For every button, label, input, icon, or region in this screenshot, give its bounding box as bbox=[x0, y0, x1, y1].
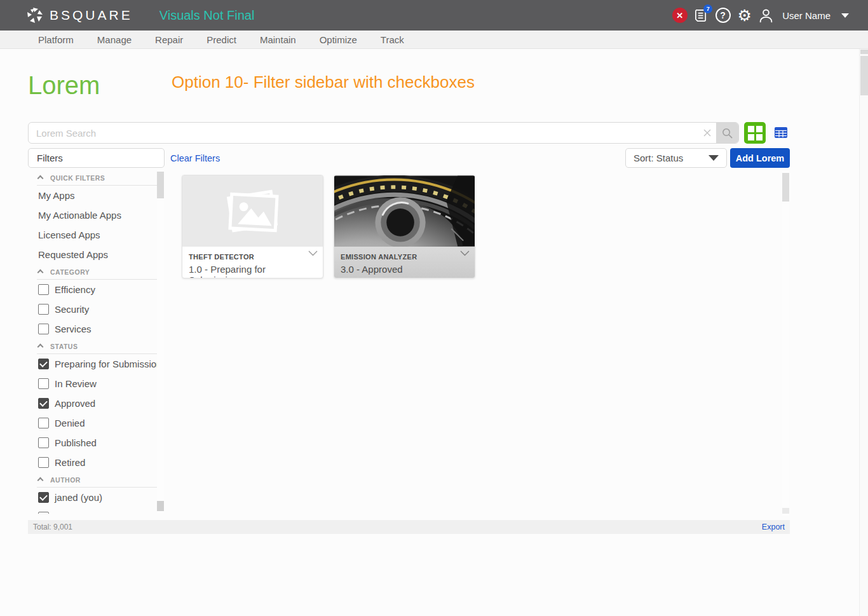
export-link[interactable]: Export bbox=[762, 523, 785, 531]
checkbox[interactable] bbox=[38, 284, 49, 295]
checkbox[interactable] bbox=[38, 418, 49, 428]
settings-button[interactable]: ⚙ bbox=[736, 8, 752, 24]
chevron-down-icon[interactable] bbox=[460, 250, 470, 256]
brand[interactable]: BSQUARE bbox=[27, 7, 133, 24]
chevron-down-icon bbox=[709, 155, 719, 161]
section-header-author[interactable]: AUTHOR bbox=[37, 472, 157, 488]
sidebar-scrollbar-thumb[interactable] bbox=[157, 172, 164, 198]
checkbox[interactable] bbox=[38, 304, 49, 315]
filter-efficiency[interactable]: Efficiency bbox=[28, 280, 165, 299]
card-theft-detector[interactable]: THEFT DETECTOR 1.0 - Preparing for Submi… bbox=[182, 175, 323, 278]
section-header-quick-filters[interactable]: QUICK FILTERS bbox=[37, 170, 157, 186]
card-emission-analyzer[interactable]: EMISSION ANALYZER 3.0 - Approved bbox=[334, 175, 475, 278]
nav-item-track[interactable]: Track bbox=[381, 34, 404, 45]
add-lorem-button[interactable]: Add Lorem bbox=[730, 148, 790, 168]
chevron-down-icon[interactable] bbox=[308, 250, 318, 256]
section-header-status[interactable]: STATUS bbox=[37, 339, 157, 354]
filter-retired[interactable]: Retired bbox=[28, 453, 165, 472]
page-title: Lorem bbox=[28, 71, 100, 100]
filter-published[interactable]: Published bbox=[28, 433, 165, 453]
grid-view-button[interactable] bbox=[744, 122, 766, 144]
checkbox[interactable] bbox=[38, 457, 49, 468]
help-icon: ? bbox=[715, 8, 731, 23]
filter-services[interactable]: Services bbox=[28, 319, 165, 339]
search-input[interactable] bbox=[29, 123, 698, 143]
results-scrollbar-thumb[interactable] bbox=[782, 173, 789, 202]
quick-filter-licensed-apps[interactable]: Licensed Apps bbox=[28, 225, 165, 245]
image-placeholder-icon bbox=[182, 175, 323, 247]
checkbox[interactable] bbox=[38, 492, 49, 503]
checkbox[interactable] bbox=[38, 378, 49, 389]
search-icon bbox=[721, 127, 733, 139]
card-title: THEFT DETECTOR bbox=[189, 253, 254, 261]
user-menu[interactable] bbox=[758, 8, 774, 24]
page-subtitle: Option 10- Filter sidebar with checkboxe… bbox=[172, 72, 475, 92]
user-name-label[interactable]: User Name bbox=[782, 10, 831, 21]
section-header-category[interactable]: CATEGORY bbox=[37, 264, 157, 280]
notifications-button[interactable]: 7 bbox=[693, 8, 709, 24]
visuals-banner: Visuals Not Final bbox=[159, 8, 255, 23]
filter-author-partial[interactable] bbox=[28, 507, 165, 514]
clear-search-icon[interactable] bbox=[698, 123, 716, 143]
sort-dropdown[interactable]: Sort: Status bbox=[625, 148, 727, 168]
filters-panel-header[interactable]: Filters bbox=[28, 148, 165, 168]
chevron-up-icon bbox=[37, 270, 44, 276]
checkbox[interactable] bbox=[38, 359, 49, 369]
results-grid: THEFT DETECTOR 1.0 - Preparing for Submi… bbox=[182, 175, 475, 278]
checkbox[interactable] bbox=[38, 512, 49, 514]
close-icon: ✕ bbox=[672, 8, 688, 23]
search-button[interactable] bbox=[716, 123, 738, 143]
sort-dropdown-value: Sort: Status bbox=[634, 153, 683, 163]
checkbox[interactable] bbox=[38, 324, 49, 334]
window-scrollbar-thumb[interactable] bbox=[860, 56, 868, 95]
filter-sidebar: QUICK FILTERS My Apps My Actionable Apps… bbox=[28, 168, 165, 514]
window-scrollbar[interactable] bbox=[859, 49, 868, 616]
filter-in-review[interactable]: In Review bbox=[28, 374, 165, 394]
nav-item-repair[interactable]: Repair bbox=[155, 34, 183, 45]
grid-icon bbox=[748, 126, 763, 140]
chevron-down-icon[interactable] bbox=[841, 13, 849, 18]
notification-badge: 7 bbox=[703, 4, 712, 13]
app-root: BSQUARE Visuals Not Final ✕ 7 ? ⚙ bbox=[0, 0, 868, 616]
brand-name: BSQUARE bbox=[50, 8, 133, 23]
filter-preparing-for-submission[interactable]: Preparing for Submission bbox=[28, 354, 165, 374]
chevron-up-icon bbox=[37, 175, 44, 182]
search-field bbox=[28, 122, 739, 144]
sidebar-scrollbar[interactable] bbox=[157, 169, 164, 512]
checkbox[interactable] bbox=[38, 398, 49, 409]
results-scrollbar[interactable] bbox=[782, 170, 789, 516]
chevron-up-icon bbox=[37, 477, 44, 484]
clear-filters-link[interactable]: Clear Filters bbox=[170, 153, 220, 163]
card-title: EMISSION ANALYZER bbox=[341, 253, 417, 261]
results-scrollbar-endcap bbox=[782, 508, 789, 514]
card-footer: EMISSION ANALYZER 3.0 - Approved bbox=[334, 247, 475, 278]
results-footer-bar: Total: 9,001 Export bbox=[28, 520, 790, 534]
main-nav: Platform Manage Repair Predict Maintain … bbox=[0, 31, 868, 49]
table-view-icon[interactable] bbox=[775, 127, 787, 140]
app-header: BSQUARE Visuals Not Final ✕ 7 ? ⚙ bbox=[0, 0, 868, 31]
filter-security[interactable]: Security bbox=[28, 299, 165, 319]
user-avatar-icon bbox=[758, 8, 774, 24]
nav-item-optimize[interactable]: Optimize bbox=[320, 34, 357, 45]
bsquare-logo-icon bbox=[27, 7, 43, 24]
quick-filter-requested-apps[interactable]: Requested Apps bbox=[28, 245, 165, 264]
filter-janed-you[interactable]: janed (you) bbox=[28, 488, 165, 507]
nav-item-predict[interactable]: Predict bbox=[207, 34, 236, 45]
nav-item-manage[interactable]: Manage bbox=[97, 34, 132, 45]
gear-icon: ⚙ bbox=[737, 8, 751, 24]
close-icon-button[interactable]: ✕ bbox=[672, 8, 688, 24]
card-subtitle: 3.0 - Approved bbox=[341, 264, 468, 275]
help-button[interactable]: ? bbox=[715, 8, 731, 24]
quick-filter-my-apps[interactable]: My Apps bbox=[28, 186, 165, 205]
chevron-up-icon bbox=[37, 344, 44, 350]
nav-item-platform[interactable]: Platform bbox=[38, 34, 74, 45]
sidebar-scrollbar-endcap bbox=[157, 501, 164, 511]
window-scrollbar-cap bbox=[860, 50, 868, 54]
card-footer: THEFT DETECTOR 1.0 - Preparing for Submi… bbox=[182, 247, 323, 278]
filter-denied[interactable]: Denied bbox=[28, 413, 165, 433]
checkbox[interactable] bbox=[38, 437, 49, 448]
quick-filter-my-actionable-apps[interactable]: My Actionable Apps bbox=[28, 205, 165, 225]
filter-approved[interactable]: Approved bbox=[28, 394, 165, 413]
nav-item-maintain[interactable]: Maintain bbox=[260, 34, 296, 45]
card-subtitle: 1.0 - Preparing for Submission bbox=[189, 264, 316, 278]
